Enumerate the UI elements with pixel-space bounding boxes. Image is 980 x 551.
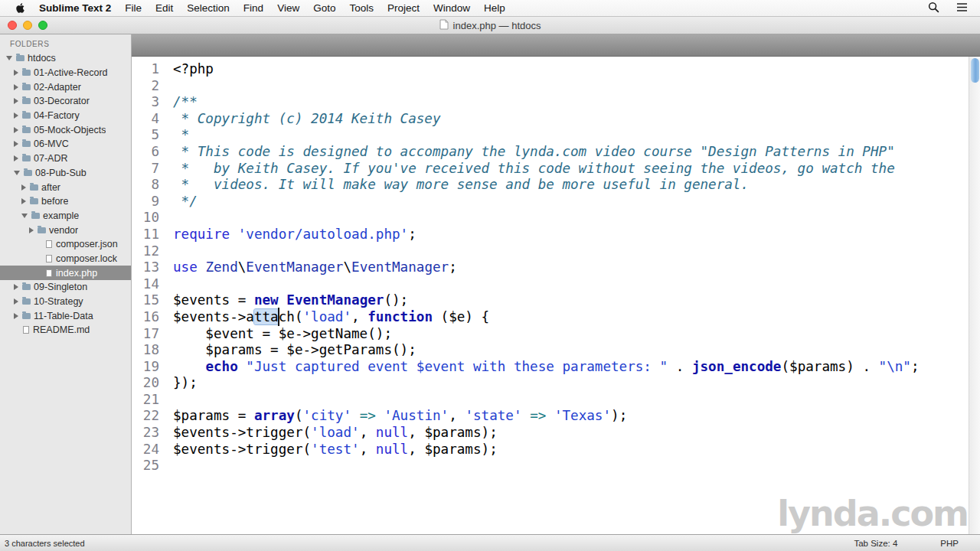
menu-item-selection[interactable]: Selection bbox=[187, 2, 230, 14]
expand-triangle-icon[interactable] bbox=[14, 141, 18, 147]
notification-center-icon[interactable] bbox=[956, 2, 968, 15]
code-line-22[interactable]: $params = array('city' => 'Austin', 'sta… bbox=[173, 408, 980, 425]
line-number[interactable]: 18 bbox=[132, 342, 159, 359]
code-line-12[interactable] bbox=[173, 243, 980, 260]
expand-triangle-icon[interactable] bbox=[14, 284, 18, 290]
tree-folder-before[interactable]: before bbox=[0, 194, 131, 209]
menu-item-view[interactable]: View bbox=[277, 2, 299, 14]
line-number[interactable]: 12 bbox=[132, 243, 159, 260]
tree-folder-after[interactable]: after bbox=[0, 180, 131, 194]
tree-file-index-php[interactable]: index.php bbox=[0, 266, 131, 280]
line-number[interactable]: 22 bbox=[132, 408, 159, 425]
line-number[interactable]: 3 bbox=[132, 94, 159, 111]
code-line-10[interactable] bbox=[173, 210, 980, 227]
line-number[interactable]: 24 bbox=[132, 442, 159, 458]
line-number[interactable]: 7 bbox=[132, 161, 159, 178]
line-number[interactable]: 21 bbox=[132, 392, 159, 409]
tree-folder-11-table-data[interactable]: 11-Table-Data bbox=[0, 308, 131, 323]
code-line-1[interactable]: <?php bbox=[173, 61, 980, 78]
line-number[interactable]: 2 bbox=[132, 78, 159, 95]
tree-folder-04-factory[interactable]: 04-Factory bbox=[0, 109, 131, 123]
menu-item-sublime-text-2[interactable]: Sublime Text 2 bbox=[39, 2, 111, 14]
tree-folder-08-pub-sub[interactable]: 08-Pub-Sub bbox=[0, 166, 131, 181]
spotlight-search-icon[interactable] bbox=[928, 2, 939, 15]
expand-triangle-icon[interactable] bbox=[14, 298, 18, 305]
line-number[interactable]: 11 bbox=[132, 227, 159, 243]
line-number[interactable]: 8 bbox=[132, 177, 159, 194]
collapse-triangle-icon[interactable] bbox=[14, 171, 20, 175]
line-number-gutter[interactable]: 1234567891011121314151617181920212223242… bbox=[132, 57, 173, 534]
close-window-button[interactable] bbox=[8, 21, 17, 30]
expand-triangle-icon[interactable] bbox=[14, 112, 18, 119]
code-line-15[interactable]: $events = new EventManager(); bbox=[173, 292, 980, 309]
expand-triangle-icon[interactable] bbox=[14, 155, 18, 161]
tree-folder-09-singleton[interactable]: 09-Singleton bbox=[0, 280, 131, 295]
code-line-14[interactable] bbox=[173, 276, 980, 293]
expand-triangle-icon[interactable] bbox=[14, 313, 18, 319]
expand-triangle-icon[interactable] bbox=[14, 84, 18, 90]
line-number[interactable]: 14 bbox=[132, 276, 159, 293]
tree-folder-01-active-record[interactable]: 01-Active-Record bbox=[0, 66, 131, 80]
tree-folder-07-adr[interactable]: 07-ADR bbox=[0, 152, 131, 166]
line-number[interactable]: 10 bbox=[132, 210, 159, 227]
code-line-16[interactable]: $events->attach('load', function ($e) { bbox=[173, 309, 980, 326]
code-line-18[interactable]: $params = $e->getParams(); bbox=[173, 342, 980, 359]
expand-triangle-icon[interactable] bbox=[21, 198, 26, 204]
tree-file-readme-md[interactable]: README.md bbox=[0, 323, 131, 337]
zoom-window-button[interactable] bbox=[38, 21, 47, 30]
code-line-5[interactable]: * bbox=[173, 127, 980, 144]
tree-file-composer-lock[interactable]: composer.lock bbox=[0, 252, 131, 266]
editor-scrollbar[interactable] bbox=[969, 57, 980, 534]
tree-folder-vendor[interactable]: vendor bbox=[0, 223, 131, 237]
code-line-8[interactable]: * videos. It will make way more sense an… bbox=[173, 177, 980, 194]
menu-item-goto[interactable]: Goto bbox=[313, 2, 335, 14]
code-line-9[interactable]: */ bbox=[173, 194, 980, 210]
line-number[interactable]: 5 bbox=[132, 127, 159, 144]
window-title-bar[interactable]: index.php — htdocs bbox=[0, 17, 980, 34]
code-line-11[interactable]: require 'vendor/autoload.php'; bbox=[173, 227, 980, 243]
tree-folder-02-adapter[interactable]: 02-Adapter bbox=[0, 80, 131, 94]
tree-folder-htdocs[interactable]: htdocs bbox=[0, 51, 131, 66]
tab-size-indicator[interactable]: Tab Size: 4 bbox=[854, 539, 897, 548]
line-number[interactable]: 23 bbox=[132, 425, 159, 442]
menu-item-project[interactable]: Project bbox=[387, 2, 420, 14]
code-line-24[interactable]: $events->trigger('test', null, $params); bbox=[173, 442, 980, 458]
tree-folder-03-decorator[interactable]: 03-Decorator bbox=[0, 94, 131, 109]
syntax-indicator[interactable]: PHP bbox=[940, 539, 959, 548]
code-line-19[interactable]: echo "Just captured event $event with th… bbox=[173, 359, 980, 376]
line-number[interactable]: 17 bbox=[132, 326, 159, 343]
code-line-21[interactable] bbox=[173, 392, 980, 409]
tree-folder-05-mock-objects[interactable]: 05-Mock-Objects bbox=[0, 122, 131, 137]
collapse-triangle-icon[interactable] bbox=[6, 56, 12, 60]
expand-triangle-icon[interactable] bbox=[14, 98, 18, 104]
line-number[interactable]: 1 bbox=[132, 61, 159, 78]
code-line-13[interactable]: use Zend\EventManager\EventManager; bbox=[173, 259, 980, 276]
menu-item-edit[interactable]: Edit bbox=[155, 2, 173, 14]
tree-folder-06-mvc[interactable]: 06-MVC bbox=[0, 137, 131, 152]
tree-folder-example[interactable]: example bbox=[0, 209, 131, 223]
menu-item-window[interactable]: Window bbox=[433, 2, 470, 14]
expand-triangle-icon[interactable] bbox=[29, 227, 34, 233]
code-line-23[interactable]: $events->trigger('load', null, $params); bbox=[173, 425, 980, 442]
collapse-triangle-icon[interactable] bbox=[21, 214, 28, 218]
line-number[interactable]: 25 bbox=[132, 458, 159, 474]
expand-triangle-icon[interactable] bbox=[14, 70, 18, 76]
expand-triangle-icon[interactable] bbox=[21, 184, 26, 191]
menu-item-file[interactable]: File bbox=[125, 2, 142, 14]
code-line-6[interactable]: * This code is designed to accompany the… bbox=[173, 144, 980, 161]
code-line-17[interactable]: $event = $e->getName(); bbox=[173, 326, 980, 343]
line-number[interactable]: 16 bbox=[132, 309, 159, 326]
tree-folder-10-strategy[interactable]: 10-Strategy bbox=[0, 295, 131, 309]
line-number[interactable]: 4 bbox=[132, 111, 159, 128]
line-number[interactable]: 15 bbox=[132, 292, 159, 309]
line-number[interactable]: 19 bbox=[132, 359, 159, 376]
expand-triangle-icon[interactable] bbox=[14, 127, 18, 133]
line-number[interactable]: 9 bbox=[132, 194, 159, 210]
tree-file-composer-json[interactable]: composer.json bbox=[0, 237, 131, 252]
code-line-25[interactable] bbox=[173, 458, 980, 474]
line-number[interactable]: 13 bbox=[132, 259, 159, 276]
code-line-7[interactable]: * by Keith Casey. If you've received thi… bbox=[173, 161, 980, 178]
line-number[interactable]: 6 bbox=[132, 144, 159, 161]
code-line-2[interactable] bbox=[173, 78, 980, 95]
code-line-3[interactable]: /** bbox=[173, 94, 980, 111]
